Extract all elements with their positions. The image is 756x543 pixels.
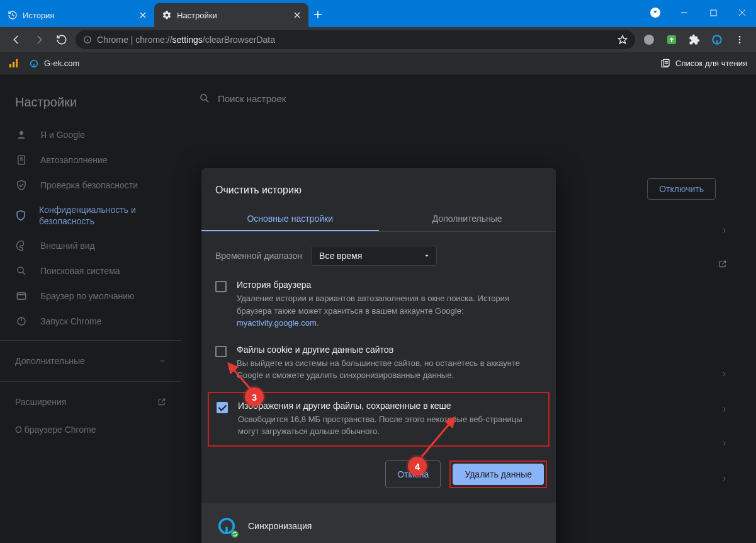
ext-icon-4[interactable]	[708, 31, 726, 49]
tab-advanced[interactable]: Дополнительные	[379, 207, 556, 231]
notifications-icon[interactable]	[646, 4, 664, 21]
svg-point-20	[739, 42, 741, 43]
close-icon[interactable]	[292, 10, 302, 20]
url-sep: |	[128, 35, 135, 45]
url-scheme: chrome://	[135, 35, 172, 45]
checkbox[interactable]	[215, 281, 227, 292]
checkbox-checked[interactable]	[217, 402, 228, 413]
option-body: Освободится 16,8 МБ пространства. После …	[238, 413, 541, 438]
url-path: /clearBrowserData	[203, 35, 275, 45]
option-body: Удаление истории и вариантов автозаполне…	[237, 292, 542, 329]
svg-point-19	[739, 39, 741, 41]
svg-line-51	[422, 418, 454, 457]
tab-basic[interactable]: Основные настройки	[201, 207, 379, 231]
dialog-tabs: Основные настройки Дополнительные	[201, 207, 556, 232]
reading-list-label: Список для чтения	[675, 59, 747, 68]
svg-point-14	[644, 35, 654, 45]
menu-icon[interactable]	[731, 31, 748, 49]
option-title: Изображения и другие файлы, сохраненные …	[238, 401, 541, 411]
clear-data-button[interactable]: Удалить данные	[453, 464, 544, 485]
sync-title: Синхронизация	[248, 521, 312, 531]
time-range-row: Временной диапазон Все время	[201, 232, 556, 272]
svg-point-47	[231, 530, 239, 538]
time-range-label: Временной диапазон	[215, 251, 302, 261]
history-icon	[8, 10, 18, 20]
gear-icon	[162, 10, 172, 20]
close-window-button[interactable]	[733, 4, 751, 21]
minimize-button[interactable]	[675, 4, 693, 21]
window-controls	[646, 0, 756, 25]
bookmark-label: G-ek.com	[44, 59, 79, 68]
analytics-icon	[9, 59, 19, 69]
url-host: settings	[172, 35, 203, 45]
close-icon[interactable]	[138, 10, 148, 20]
address-bar[interactable]: Chrome | chrome:// settings /clearBrowse…	[76, 30, 635, 49]
maximize-button[interactable]	[704, 4, 722, 21]
forward-button[interactable]	[30, 31, 48, 49]
reload-button[interactable]	[53, 31, 71, 49]
ext-icon-1[interactable]	[640, 31, 658, 49]
url-bar: Chrome | chrome:// settings /clearBrowse…	[0, 27, 756, 52]
tab-settings[interactable]: Настройки	[154, 3, 308, 27]
tab-label: Настройки	[177, 11, 217, 20]
settings-shell: Настройки Я и Google Автозаполнение Пров…	[0, 75, 756, 543]
myactivity-link[interactable]: myactivity.google.com	[237, 318, 317, 328]
svg-marker-44	[426, 255, 429, 257]
tab-label: История	[23, 11, 54, 20]
checkbox[interactable]	[215, 346, 227, 357]
svg-line-49	[228, 363, 251, 390]
annotation-badge-3: 3	[245, 387, 264, 406]
bookmarks-bar: G-ek.com Список для чтения	[0, 52, 756, 75]
sync-section: Синхронизация	[201, 503, 556, 544]
svg-point-18	[739, 36, 741, 38]
reading-list-button[interactable]: Список для чтения	[660, 59, 747, 69]
annotation-badge-4: 4	[408, 457, 427, 476]
chevron-down-icon	[424, 253, 430, 259]
back-button[interactable]	[8, 31, 25, 49]
bookmark-analytics[interactable]	[9, 59, 19, 69]
time-range-select[interactable]: Все время	[311, 246, 437, 266]
sync-icon	[215, 515, 238, 537]
bookmark-gek[interactable]: G-ek.com	[29, 59, 79, 69]
url-prefix: Chrome	[97, 35, 128, 45]
dialog-buttons: Отмена Удалить данные	[201, 449, 556, 492]
site-info-icon[interactable]	[83, 35, 92, 44]
reading-list-icon	[660, 59, 670, 69]
annotation-arrow-4	[419, 413, 463, 460]
bookmark-star-icon[interactable]	[618, 35, 628, 45]
svg-marker-13	[618, 35, 626, 43]
option-title: История браузера	[237, 280, 542, 290]
svg-rect-22	[13, 62, 14, 67]
svg-rect-21	[9, 64, 11, 67]
ext-icon-2[interactable]	[663, 31, 680, 49]
new-tab-button[interactable]	[308, 5, 327, 24]
option-history[interactable]: История браузера Удаление истории и вари…	[201, 272, 556, 337]
svg-rect-23	[16, 59, 18, 67]
site-icon	[29, 59, 39, 69]
option-body: Вы выйдете из системы на большинстве сай…	[237, 357, 542, 382]
extensions-puzzle-icon[interactable]	[685, 31, 703, 49]
clear-data-dialog: Очистить историю Основные настройки Допо…	[201, 168, 556, 543]
time-range-value: Все время	[319, 251, 362, 261]
window-titlebar: История Настройки	[0, 0, 756, 27]
dialog-title: Очистить историю	[201, 180, 556, 207]
option-title: Файлы cookie и другие данные сайтов	[237, 345, 542, 355]
tab-history[interactable]: История	[0, 3, 154, 27]
svg-rect-7	[711, 10, 716, 16]
